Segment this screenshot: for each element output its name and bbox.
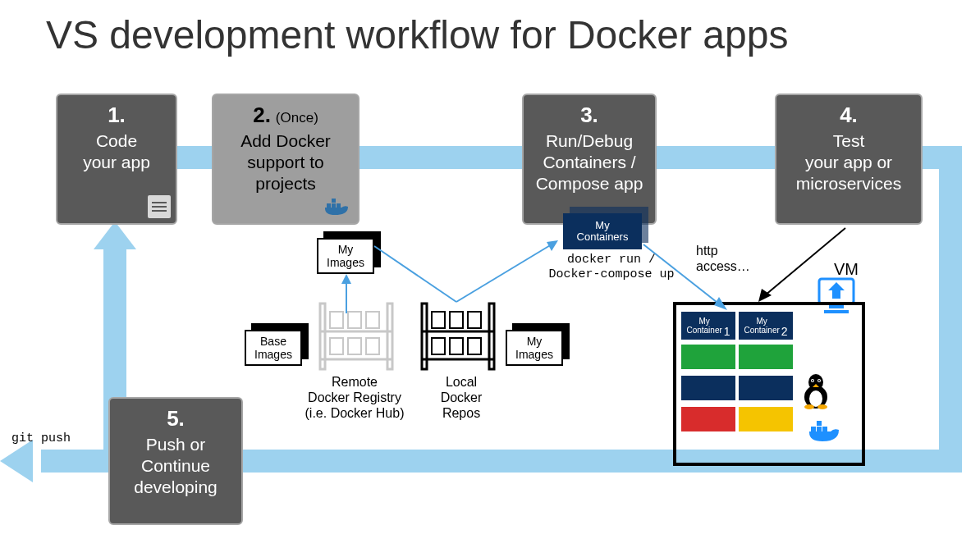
arrow-images-up <box>340 274 353 313</box>
svg-rect-13 <box>330 338 343 354</box>
docker-run-label: docker run / Docker-compose up <box>542 253 681 282</box>
step-2-number: 2. <box>253 103 271 127</box>
svg-marker-27 <box>341 274 351 284</box>
svg-rect-15 <box>366 338 379 354</box>
svg-rect-2 <box>327 203 331 208</box>
vm-slot-green-1 <box>681 345 735 369</box>
svg-rect-3 <box>332 203 336 208</box>
svg-rect-21 <box>450 312 463 328</box>
flow-bar-right <box>939 146 962 473</box>
step-4-text: Test your app or microservices <box>783 130 914 195</box>
diagram-title: VS development workflow for Docker apps <box>46 12 788 57</box>
local-repos-shelf-icon <box>417 300 499 372</box>
vm-container-1: My Container1 <box>681 312 735 340</box>
vm-slot-navy-1 <box>681 376 735 400</box>
step-4-number: 4. <box>840 103 858 127</box>
remote-registry-shelf-icon <box>315 300 397 372</box>
document-icon <box>148 195 171 218</box>
svg-rect-31 <box>819 279 854 304</box>
my-images-2-card: My Images <box>506 330 563 366</box>
step-3-text: Run/Debug Containers / Compose app <box>530 130 648 195</box>
step-3-number: 3. <box>580 103 598 127</box>
base-images-card: Base Images <box>245 330 302 366</box>
svg-rect-23 <box>432 338 445 354</box>
vm-slot-navy-2 <box>739 376 793 400</box>
step-5-number: 5. <box>167 407 185 431</box>
svg-rect-22 <box>468 312 481 328</box>
svg-line-29 <box>456 244 552 302</box>
step-4-box: 4. Test your app or microservices <box>775 94 923 225</box>
step-2-subnum: (Once) <box>276 110 318 126</box>
step-5-text: Push or Continue developing <box>117 434 235 499</box>
svg-marker-51 <box>758 289 772 302</box>
arrow-repos-to-containers <box>374 238 561 312</box>
svg-rect-20 <box>432 312 445 328</box>
vm-label: VM <box>834 259 859 279</box>
vm-container-2: My Container2 <box>739 312 793 340</box>
http-access-label: http access… <box>696 243 770 274</box>
svg-rect-25 <box>468 338 481 354</box>
svg-rect-24 <box>450 338 463 354</box>
step-3-box: 3. Run/Debug Containers / Compose app <box>522 94 657 225</box>
vm-slot-yellow <box>739 407 793 431</box>
step-2-text: Add Docker support to projects <box>220 130 351 195</box>
remote-registry-label: Remote Docker Registry (i.e. Docker Hub) <box>289 374 420 422</box>
my-containers-chip: My Containers <box>563 213 642 249</box>
svg-rect-10 <box>330 312 343 328</box>
vm-slot-red <box>681 407 735 431</box>
step-1-text: Code your app <box>83 130 150 174</box>
step-1-number: 1. <box>108 103 126 127</box>
svg-rect-5 <box>332 199 336 203</box>
svg-line-28 <box>374 246 456 302</box>
svg-rect-4 <box>337 203 341 208</box>
local-repos-label: Local Docker Repos <box>420 374 502 422</box>
svg-marker-0 <box>94 221 136 249</box>
my-images-1-card: My Images <box>317 238 374 274</box>
svg-rect-16 <box>422 304 427 369</box>
docker-whale-icon <box>323 195 353 218</box>
svg-marker-30 <box>547 240 558 251</box>
git-push-label: git push <box>11 431 71 446</box>
svg-rect-14 <box>348 338 361 354</box>
svg-rect-11 <box>348 312 361 328</box>
svg-rect-6 <box>320 304 325 369</box>
step-5-box: 5. Push or Continue developing <box>108 397 243 525</box>
step-1-box: 1. Code your app <box>56 94 177 225</box>
vm-slot-green-2 <box>739 345 793 369</box>
svg-rect-12 <box>366 312 379 328</box>
svg-rect-17 <box>489 304 494 369</box>
step-2-box: 2. (Once) Add Docker support to projects <box>212 94 359 225</box>
svg-rect-7 <box>387 304 392 369</box>
